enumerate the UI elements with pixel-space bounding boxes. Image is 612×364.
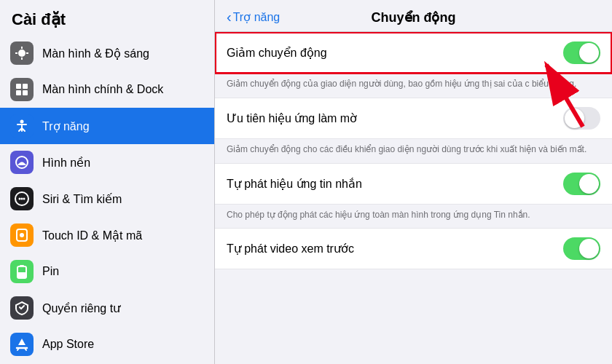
sidebar-item-quyen-rieng-tu[interactable]: Quyền riêng tư [0, 290, 214, 326]
sidebar-item-pin[interactable]: Pin [0, 253, 214, 290]
settings-row-label-uu-tien-hieu-ung-lam-mo: Ưu tiên hiệu ứng làm mờ [227, 111, 563, 125]
sidebar-item-label-quyen-rieng-tu: Quyền riêng tư [42, 301, 120, 315]
toggle-knob-tu-phat-hieu-ung-tin-nhan [579, 174, 599, 194]
back-button[interactable]: ‹ Trợ năng [227, 9, 280, 25]
sidebar-item-label-app-store: App Store [42, 338, 94, 351]
sidebar-item-label-man-hinh-do-sang: Màn hình & Độ sáng [42, 47, 149, 60]
settings-section-tu-phat-video-xem-truoc: Tự phát video xem trước [215, 228, 612, 269]
sidebar-icon-app-store [10, 333, 34, 356]
toggle-uu-tien-hieu-ung-lam-mo[interactable] [563, 107, 600, 130]
svg-point-14 [23, 198, 26, 200]
sidebar-icon-quyen-rieng-tu [10, 296, 34, 320]
svg-rect-6 [23, 84, 28, 89]
sidebar-item-app-store[interactable]: App Store [0, 326, 214, 363]
header-wrapper: ‹ Trợ năng Chuyển động [227, 9, 600, 25]
sidebar-item-tro-nang[interactable]: Trợ năng [0, 108, 214, 144]
svg-rect-5 [16, 84, 21, 89]
back-chevron-icon: ‹ [227, 9, 232, 25]
settings-row-label-giam-chuyen-dong: Giảm chuyển động [227, 46, 563, 60]
toggle-tu-phat-video-xem-truoc[interactable] [563, 237, 600, 260]
svg-point-0 [18, 50, 26, 57]
settings-row-label-tu-phat-hieu-ung-tin-nhan: Tự phát hiệu ứng tin nhắn [227, 177, 563, 191]
sidebar-item-man-hinh-do-sang[interactable]: Màn hình & Độ sáng [0, 35, 214, 71]
settings-row-giam-chuyen-dong[interactable]: Giảm chuyển động [215, 32, 612, 74]
settings-row-tu-phat-hieu-ung-tin-nhan[interactable]: Tự phát hiệu ứng tin nhắn [215, 163, 612, 205]
settings-row-tu-phat-video-xem-truoc[interactable]: Tự phát video xem trước [215, 228, 612, 269]
sidebar-item-touch-id-mat-ma[interactable]: Touch ID & Mật mã [0, 217, 214, 253]
sidebar-item-label-touch-id-mat-ma: Touch ID & Mật mã [42, 229, 142, 242]
sidebar-icon-touch-id-mat-ma [10, 223, 34, 247]
svg-rect-19 [20, 265, 24, 267]
settings-row-uu-tien-hieu-ung-lam-mo[interactable]: Ưu tiên hiệu ứng làm mờ [215, 98, 612, 139]
settings-section-giam-chuyen-dong: Giảm chuyển độngGiảm chuyển động của gia… [215, 32, 612, 98]
sidebar-item-man-hinh-chinh-dock[interactable]: Màn hình chính & Dock [0, 71, 214, 108]
sidebar-item-label-siri-tim-kiem: Siri & Tìm kiếm [42, 192, 122, 206]
sidebar-icon-man-hinh-do-sang [10, 41, 34, 65]
svg-point-12 [19, 198, 21, 200]
settings-row-desc-uu-tien-hieu-ung-lam-mo: Giảm chuyển động cho các điều khiển giao… [215, 139, 612, 163]
toggle-giam-chuyen-dong[interactable] [563, 41, 600, 64]
svg-point-9 [20, 120, 24, 124]
sidebar-item-siri-tim-kiem[interactable]: Siri & Tìm kiếm [0, 181, 214, 217]
settings-section-uu-tien-hieu-ung-lam-mo: Ưu tiên hiệu ứng làm mờGiảm chuyển động … [215, 98, 612, 163]
sidebar-item-hinh-nen[interactable]: Hình nền [0, 144, 214, 181]
sidebar-icon-hinh-nen [10, 151, 34, 174]
sidebar-icon-siri-tim-kiem [10, 187, 34, 210]
content-body: Giảm chuyển độngGiảm chuyển động của gia… [215, 32, 612, 269]
svg-rect-7 [16, 90, 21, 95]
settings-row-desc-tu-phat-hieu-ung-tin-nhan: Cho phép tự động phát các hiệu ứng toàn … [215, 205, 612, 229]
sidebar-item-label-man-hinh-chinh-dock: Màn hình chính & Dock [42, 83, 163, 96]
settings-row-desc-giam-chuyen-dong: Giảm chuyển động của giao diện người dùn… [215, 74, 612, 98]
sidebar-items-list: Màn hình & Độ sángMàn hình chính & DockT… [0, 35, 214, 363]
sidebar-item-label-pin: Pin [42, 265, 59, 278]
toggle-knob-giam-chuyen-dong [579, 43, 599, 63]
sidebar-icon-pin [10, 260, 34, 283]
settings-section-tu-phat-hieu-ung-tin-nhan: Tự phát hiệu ứng tin nhắnCho phép tự độn… [215, 163, 612, 229]
back-label: Trợ năng [233, 10, 280, 24]
settings-row-label-tu-phat-video-xem-truoc: Tự phát video xem trước [227, 242, 563, 256]
toggle-tu-phat-hieu-ung-tin-nhan[interactable] [563, 173, 600, 195]
svg-point-16 [20, 233, 24, 237]
svg-rect-18 [17, 272, 26, 278]
sidebar-icon-man-hinh-chinh-dock [10, 78, 34, 101]
content-header: ‹ Trợ năng Chuyển động [215, 0, 612, 32]
content-panel: ‹ Trợ năng Chuyển động Giảm chuyển độngG… [215, 0, 612, 364]
page-title: Chuyển động [372, 9, 456, 25]
settings-rows: Giảm chuyển độngGiảm chuyển động của gia… [215, 32, 612, 269]
svg-point-13 [21, 198, 23, 200]
sidebar-icon-tro-nang [10, 114, 34, 138]
sidebar-item-label-hinh-nen: Hình nền [42, 156, 90, 170]
sidebar: Cài đặt Màn hình & Độ sángMàn hình chính… [0, 0, 215, 364]
toggle-knob-uu-tien-hieu-ung-lam-mo [565, 108, 584, 128]
sidebar-title: Cài đặt [0, 0, 214, 35]
toggle-knob-tu-phat-video-xem-truoc [579, 239, 599, 258]
svg-rect-8 [23, 90, 28, 95]
sidebar-item-label-tro-nang: Trợ năng [42, 119, 90, 133]
